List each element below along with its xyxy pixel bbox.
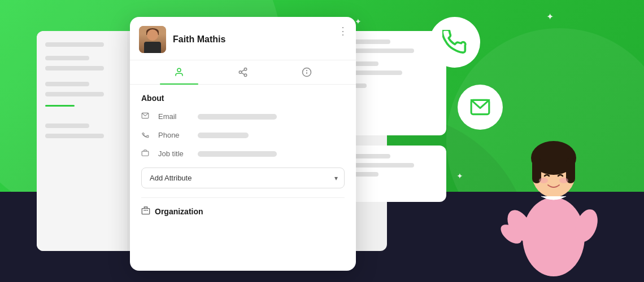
svg-point-4 — [244, 74, 247, 77]
add-attribute-select[interactable]: Add Attribute — [141, 168, 345, 188]
card-header: Faith Mathis ⋮ — [130, 17, 356, 60]
phone-label: Phone — [158, 131, 192, 139]
svg-point-25 — [539, 178, 548, 183]
svg-point-16 — [523, 197, 585, 276]
svg-line-5 — [241, 73, 244, 74]
tab-info[interactable] — [275, 60, 339, 84]
organization-label: Organization — [155, 207, 203, 216]
email-label: Email — [158, 112, 192, 121]
email-icon-circle — [458, 85, 503, 130]
jobtitle-value — [198, 151, 277, 157]
share-icon — [238, 67, 248, 77]
svg-point-3 — [239, 71, 242, 74]
contact-name: Faith Mathis — [173, 34, 347, 45]
phone-icon-circle — [429, 17, 480, 68]
card-tabs — [130, 60, 356, 85]
organization-section: Organization — [141, 197, 345, 217]
svg-point-26 — [559, 178, 568, 183]
person-icon — [174, 67, 184, 77]
add-attribute-wrapper[interactable]: Add Attribute ▾ — [141, 168, 345, 188]
organization-icon — [141, 206, 150, 217]
sparkle-icon-5: ✦ — [456, 171, 463, 180]
contact-card: Faith Mathis ⋮ About — [130, 17, 356, 271]
card-body: About Email Phone — [130, 85, 356, 226]
jobtitle-label: Job title — [158, 149, 192, 158]
character-illustration — [497, 113, 610, 282]
avatar — [139, 26, 166, 53]
svg-point-2 — [244, 68, 247, 71]
phone-field-row: Phone — [141, 130, 345, 140]
more-options-icon[interactable]: ⋮ — [338, 25, 348, 37]
phone-value — [198, 133, 249, 138]
phone-field-icon — [141, 130, 153, 140]
svg-point-1 — [177, 68, 181, 72]
email-field-row: Email — [141, 112, 345, 121]
email-icon — [469, 96, 491, 118]
jobtitle-field-icon — [141, 149, 153, 158]
add-attribute-row: Add Attribute ▾ — [141, 168, 345, 188]
email-value — [198, 114, 277, 120]
email-field-icon — [141, 112, 153, 121]
svg-rect-12 — [142, 209, 149, 214]
info-icon — [302, 67, 312, 77]
about-section-title: About — [141, 94, 345, 103]
tab-about[interactable] — [147, 60, 211, 84]
sparkle-icon-4: ✦ — [546, 11, 554, 22]
phone-icon — [442, 30, 467, 55]
sidebar-simulation — [37, 31, 127, 251]
jobtitle-field-row: Job title — [141, 149, 345, 158]
tab-share[interactable] — [211, 60, 275, 84]
svg-rect-11 — [142, 151, 149, 156]
svg-line-6 — [241, 70, 244, 72]
organization-title: Organization — [141, 206, 345, 217]
